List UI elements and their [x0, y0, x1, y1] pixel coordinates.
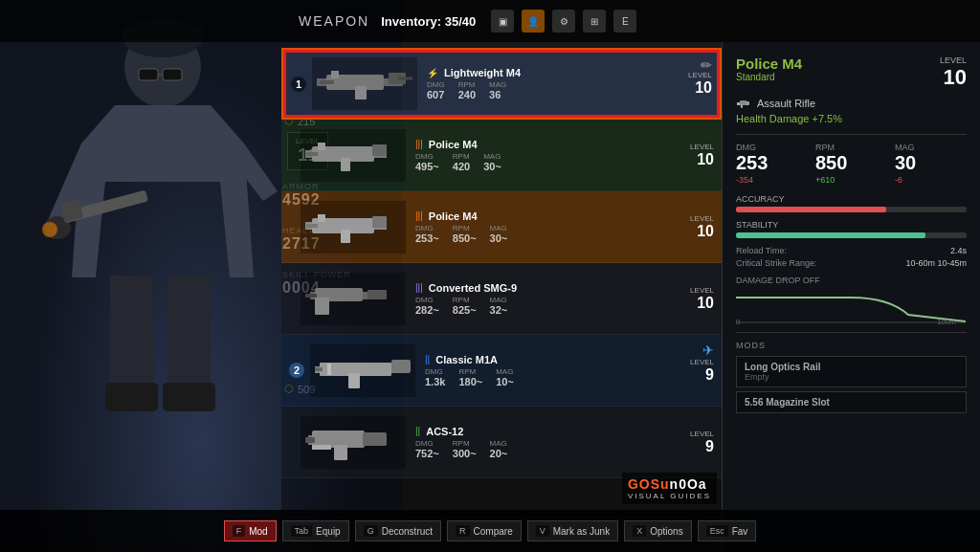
hud-icon-bag[interactable]: ▣	[491, 10, 514, 33]
weapon-name-2: Police M4	[429, 210, 478, 222]
slot-number-4: 2	[289, 363, 304, 378]
action-equip-button[interactable]: Tab Equip	[282, 520, 349, 541]
detail-perk: Health Damage +7.5%	[736, 113, 967, 124]
svg-rect-9	[105, 383, 158, 411]
svg-rect-42	[315, 367, 323, 371]
weapon-row-3[interactable]: ||| Converted SMG-9 DMG282~ RPM825~ MAG3…	[281, 263, 722, 335]
svg-rect-29	[318, 214, 325, 222]
hud-icon-settings[interactable]: ⚙	[552, 10, 575, 33]
svg-rect-10	[163, 383, 215, 411]
svg-rect-41	[391, 360, 411, 373]
action-mod-button[interactable]: F Mod	[224, 520, 277, 541]
mod-slot-2[interactable]: 5.56 Magazine Slot	[736, 391, 967, 413]
crit-label: Critical Strike Range:	[736, 258, 817, 268]
svg-rect-51	[740, 100, 746, 105]
ds-mag-label: MAG	[895, 143, 967, 152]
weapon-svg-2	[301, 201, 406, 254]
svg-rect-16	[331, 71, 339, 78]
divider-2	[736, 332, 967, 333]
detail-type-text: Assault Rifle	[757, 98, 815, 109]
weapon-svg-1	[301, 129, 406, 182]
detail-stats-grid: DMG 253 -354 RPM 850 +610 MAG 30 -6	[736, 143, 967, 185]
weapon-row-0[interactable]: 1 ⚡ Lightweight M4 DMG607 RPM240 MAG36	[281, 48, 722, 120]
action-junk-button[interactable]: V Mark as Junk	[527, 520, 618, 541]
weapon-info-2: ||| Police M4 DMG253~ RPM850~ MAG30~	[415, 210, 690, 244]
weapon-image-5	[301, 416, 406, 469]
detail-level-box: LEVEL 10	[940, 55, 967, 90]
weapon-row-5[interactable]: || ACS-12 DMG752~ RPM300~ MAG20~ LEVEL 9	[281, 407, 722, 478]
weapon-row-1[interactable]: ||| Police M4 DMG495~ RPM420 MAG30~ LEVE…	[281, 120, 722, 191]
top-hud: Weapon Inventory: 35/40 ▣ 👤 ⚙ ⊞ E	[0, 0, 980, 42]
options-label: Options	[650, 526, 682, 537]
svg-rect-3	[139, 69, 158, 80]
hud-icon-e[interactable]: E	[613, 10, 636, 33]
detail-type-row: Assault Rifle	[736, 96, 967, 111]
fav-key: Esc	[706, 525, 728, 537]
action-options-button[interactable]: X Options	[624, 520, 691, 541]
inventory-count: Inventory: 35/40	[381, 14, 476, 29]
action-deconstruct-button[interactable]: G Deconstruct	[355, 520, 441, 541]
ds-dmg-label: DMG	[736, 143, 808, 152]
ds-dmg-delta: -354	[736, 175, 808, 185]
svg-rect-32	[306, 224, 318, 228]
weapon-image-0	[312, 57, 417, 110]
svg-rect-46	[334, 445, 347, 460]
hud-title: Weapon	[299, 13, 369, 29]
ds-dmg-value: 253	[736, 152, 808, 174]
weapon-level-3: LEVEL 10	[690, 286, 714, 312]
mod-slot-1[interactable]: Long Optics Rail Empty	[736, 356, 967, 387]
weapon-info-5: || ACS-12 DMG752~ RPM300~ MAG20~	[415, 426, 690, 459]
svg-rect-24	[372, 144, 387, 156]
weapon-info-3: ||| Converted SMG-9 DMG282~ RPM825~ MAG3…	[415, 282, 690, 316]
weapon-svg-5	[301, 416, 406, 469]
weapon-row-4[interactable]: 2 || Classic M1A DMG1.3k RPM180~ MAG10~	[281, 335, 722, 407]
slot-number-0: 1	[291, 77, 306, 92]
detail-header: Police M4 Standard LEVEL 10	[736, 55, 967, 90]
junk-label: Mark as Junk	[553, 526, 610, 537]
bottom-action-bar: F Mod Tab Equip G Deconstruct R Compare …	[0, 510, 980, 552]
weapon-name-5: ACS-12	[426, 426, 463, 437]
deconstruct-key: G	[364, 525, 378, 537]
options-key: X	[633, 525, 646, 537]
compare-key: R	[456, 525, 470, 537]
weapon-image-3	[301, 273, 406, 325]
mag-val-0: 36	[489, 89, 506, 100]
svg-rect-31	[341, 230, 350, 243]
stability-fill	[736, 232, 925, 238]
svg-rect-53	[741, 104, 743, 108]
hud-icon-grid[interactable]: ⊞	[583, 10, 606, 33]
rpm-val-0: 240	[458, 89, 476, 100]
crit-value: 10-60m 10-45m	[905, 258, 967, 268]
svg-rect-49	[312, 445, 331, 450]
weapon-row-2[interactable]: ||| Police M4 DMG253~ RPM850~ MAG30~ LEV…	[281, 191, 722, 263]
weapon-level-0: LEVEL 10	[688, 71, 712, 97]
mod-key: F	[233, 525, 246, 537]
fav-label: Fav	[732, 526, 748, 537]
junk-key: V	[536, 525, 549, 537]
svg-rect-8	[167, 276, 211, 390]
stability-label: Stability	[736, 220, 967, 230]
mod-label: Mod	[249, 526, 267, 537]
action-fav-button[interactable]: Esc Fav	[698, 520, 757, 541]
damage-dropoff-svg: 0 100m	[736, 288, 966, 324]
mods-section: Mods Long Optics Rail Empty 5.56 Magazin…	[736, 341, 967, 413]
svg-rect-26	[306, 152, 318, 156]
mod1-value: Empty	[745, 372, 958, 382]
detail-panel: Police M4 Standard LEVEL 10 Assault Rifl…	[722, 42, 980, 552]
dmg-label-0: DMG	[427, 80, 445, 89]
ds-rpm-value: 850	[815, 152, 887, 174]
ds-mag-delta: -6	[895, 175, 967, 185]
hud-icon-char[interactable]: 👤	[522, 10, 545, 33]
accuracy-bar-section: Accuracy	[736, 194, 967, 212]
mod1-name: Long Optics Rail	[745, 362, 958, 372]
action-compare-button[interactable]: R Compare	[447, 520, 522, 541]
weapon-level-4: LEVEL 9	[690, 358, 714, 384]
svg-rect-7	[110, 276, 153, 390]
detail-level-num: 10	[940, 65, 967, 90]
weapon-info-4: || Classic M1A DMG1.3k RPM180~ MAG10~	[425, 354, 690, 387]
weapon-name-0: Lightweight M4	[444, 67, 521, 78]
weapon-level-2: LEVEL 10	[690, 214, 714, 240]
svg-rect-19	[320, 80, 334, 84]
svg-rect-35	[315, 298, 329, 315]
svg-rect-52	[746, 101, 749, 105]
